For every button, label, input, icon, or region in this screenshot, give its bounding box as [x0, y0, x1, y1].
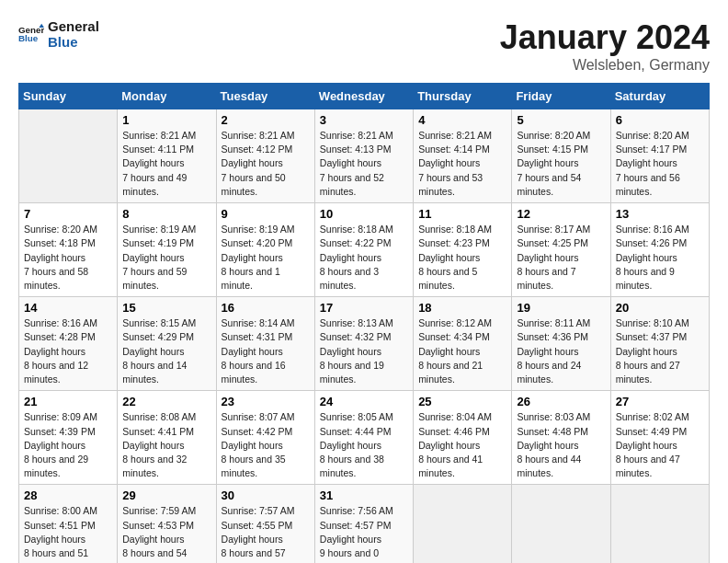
day-info: Sunrise: 8:21 AM Sunset: 4:11 PM Dayligh…: [122, 129, 210, 199]
day-info: Sunrise: 8:07 AM Sunset: 4:42 PM Dayligh…: [222, 410, 310, 480]
day-number: 14: [24, 301, 112, 315]
calendar-day-cell: 16 Sunrise: 8:14 AM Sunset: 4:31 PM Dayl…: [216, 297, 314, 391]
day-number: 26: [517, 395, 605, 408]
day-of-week-header: Thursday: [414, 84, 512, 109]
day-info: Sunrise: 8:03 AM Sunset: 4:48 PM Dayligh…: [517, 410, 605, 480]
day-info: Sunrise: 8:13 AM Sunset: 4:32 PM Dayligh…: [320, 316, 408, 386]
page-header: General Blue General Blue January 2024 W…: [18, 18, 710, 74]
location-text: Welsleben, Germany: [500, 57, 710, 74]
logo: General Blue General Blue: [18, 18, 99, 50]
day-number: 30: [222, 488, 310, 502]
day-number: 9: [222, 207, 310, 221]
calendar-day-cell: 28 Sunrise: 8:00 AM Sunset: 4:51 PM Dayl…: [19, 485, 118, 563]
calendar-day-cell: 2 Sunrise: 8:21 AM Sunset: 4:12 PM Dayli…: [216, 109, 314, 203]
day-number: 28: [24, 488, 112, 502]
day-info: Sunrise: 8:02 AM Sunset: 4:49 PM Dayligh…: [616, 410, 704, 480]
calendar-week-row: 14 Sunrise: 8:16 AM Sunset: 4:28 PM Dayl…: [19, 297, 710, 391]
calendar-day-cell: 22 Sunrise: 8:08 AM Sunset: 4:41 PM Dayl…: [118, 391, 216, 485]
calendar-body: 1 Sunrise: 8:21 AM Sunset: 4:11 PM Dayli…: [19, 109, 710, 564]
calendar-day-cell: 11 Sunrise: 8:18 AM Sunset: 4:23 PM Dayl…: [414, 203, 512, 297]
calendar-day-cell: 27 Sunrise: 8:02 AM Sunset: 4:49 PM Dayl…: [610, 391, 709, 485]
day-number: 18: [418, 301, 506, 315]
day-info: Sunrise: 8:16 AM Sunset: 4:26 PM Dayligh…: [616, 223, 704, 293]
day-of-week-header: Wednesday: [314, 84, 413, 109]
day-number: 21: [24, 395, 112, 408]
day-info: Sunrise: 8:21 AM Sunset: 4:14 PM Dayligh…: [418, 129, 506, 199]
calendar-day-cell: 29 Sunrise: 7:59 AM Sunset: 4:53 PM Dayl…: [118, 485, 216, 563]
day-info: Sunrise: 8:17 AM Sunset: 4:25 PM Dayligh…: [517, 223, 605, 293]
calendar-week-row: 7 Sunrise: 8:20 AM Sunset: 4:18 PM Dayli…: [19, 203, 710, 297]
day-info: Sunrise: 8:05 AM Sunset: 4:44 PM Dayligh…: [320, 410, 408, 480]
day-number: 19: [517, 301, 605, 315]
day-info: Sunrise: 8:19 AM Sunset: 4:19 PM Dayligh…: [122, 223, 210, 293]
calendar-day-cell: 25 Sunrise: 8:04 AM Sunset: 4:46 PM Dayl…: [414, 391, 512, 485]
day-of-week-header: Saturday: [610, 84, 709, 109]
day-number: 17: [320, 301, 408, 315]
calendar-day-cell: [610, 485, 709, 563]
day-info: Sunrise: 8:20 AM Sunset: 4:17 PM Dayligh…: [616, 129, 704, 199]
calendar-day-cell: 4 Sunrise: 8:21 AM Sunset: 4:14 PM Dayli…: [414, 109, 512, 203]
day-number: 27: [616, 395, 704, 408]
day-info: Sunrise: 8:11 AM Sunset: 4:36 PM Dayligh…: [517, 316, 605, 386]
day-info: Sunrise: 8:19 AM Sunset: 4:20 PM Dayligh…: [222, 223, 310, 293]
month-title: January 2024: [500, 18, 710, 57]
day-info: Sunrise: 8:14 AM Sunset: 4:31 PM Dayligh…: [222, 316, 310, 386]
day-info: Sunrise: 8:10 AM Sunset: 4:37 PM Dayligh…: [616, 316, 704, 386]
calendar-day-cell: 1 Sunrise: 8:21 AM Sunset: 4:11 PM Dayli…: [118, 109, 216, 203]
day-number: 16: [222, 301, 310, 315]
calendar-day-cell: 21 Sunrise: 8:09 AM Sunset: 4:39 PM Dayl…: [19, 391, 118, 485]
logo-general-text: General: [48, 18, 99, 34]
svg-text:Blue: Blue: [18, 33, 39, 43]
calendar-day-cell: 18 Sunrise: 8:12 AM Sunset: 4:34 PM Dayl…: [414, 297, 512, 391]
day-number: 3: [320, 113, 408, 127]
day-number: 20: [616, 301, 704, 315]
title-section: January 2024 Welsleben, Germany: [500, 18, 710, 74]
day-number: 1: [122, 113, 210, 127]
calendar-day-cell: [414, 485, 512, 563]
day-number: 24: [320, 395, 408, 408]
day-number: 7: [24, 207, 112, 221]
calendar-day-cell: 9 Sunrise: 8:19 AM Sunset: 4:20 PM Dayli…: [216, 203, 314, 297]
day-info: Sunrise: 7:56 AM Sunset: 4:57 PM Dayligh…: [320, 504, 408, 563]
day-info: Sunrise: 8:12 AM Sunset: 4:34 PM Dayligh…: [418, 316, 506, 386]
calendar-day-cell: 5 Sunrise: 8:20 AM Sunset: 4:15 PM Dayli…: [512, 109, 610, 203]
day-info: Sunrise: 8:21 AM Sunset: 4:13 PM Dayligh…: [320, 129, 408, 199]
day-info: Sunrise: 8:18 AM Sunset: 4:23 PM Dayligh…: [418, 223, 506, 293]
logo-icon: General Blue: [18, 21, 44, 47]
day-number: 13: [616, 207, 704, 221]
day-info: Sunrise: 7:57 AM Sunset: 4:55 PM Dayligh…: [222, 504, 310, 563]
day-number: 6: [616, 113, 704, 127]
day-info: Sunrise: 8:09 AM Sunset: 4:39 PM Dayligh…: [24, 410, 112, 480]
calendar-day-cell: 14 Sunrise: 8:16 AM Sunset: 4:28 PM Dayl…: [19, 297, 118, 391]
day-number: 5: [517, 113, 605, 127]
day-number: 22: [122, 395, 210, 408]
calendar-table: SundayMondayTuesdayWednesdayThursdayFrid…: [18, 83, 710, 563]
calendar-day-cell: [512, 485, 610, 563]
day-info: Sunrise: 8:16 AM Sunset: 4:28 PM Dayligh…: [24, 316, 112, 386]
day-info: Sunrise: 8:20 AM Sunset: 4:18 PM Dayligh…: [24, 223, 112, 293]
day-info: Sunrise: 8:15 AM Sunset: 4:29 PM Dayligh…: [122, 316, 210, 386]
calendar-day-cell: 6 Sunrise: 8:20 AM Sunset: 4:17 PM Dayli…: [610, 109, 709, 203]
calendar-day-cell: 15 Sunrise: 8:15 AM Sunset: 4:29 PM Dayl…: [118, 297, 216, 391]
day-number: 23: [222, 395, 310, 408]
calendar-day-cell: [19, 109, 118, 203]
day-number: 12: [517, 207, 605, 221]
calendar-week-row: 1 Sunrise: 8:21 AM Sunset: 4:11 PM Dayli…: [19, 109, 710, 203]
calendar-week-row: 21 Sunrise: 8:09 AM Sunset: 4:39 PM Dayl…: [19, 391, 710, 485]
calendar-day-cell: 8 Sunrise: 8:19 AM Sunset: 4:19 PM Dayli…: [118, 203, 216, 297]
calendar-day-cell: 30 Sunrise: 7:57 AM Sunset: 4:55 PM Dayl…: [216, 485, 314, 563]
day-of-week-header: Tuesday: [216, 84, 314, 109]
calendar-day-cell: 13 Sunrise: 8:16 AM Sunset: 4:26 PM Dayl…: [610, 203, 709, 297]
day-number: 4: [418, 113, 506, 127]
calendar-day-cell: 31 Sunrise: 7:56 AM Sunset: 4:57 PM Dayl…: [314, 485, 413, 563]
calendar-day-cell: 19 Sunrise: 8:11 AM Sunset: 4:36 PM Dayl…: [512, 297, 610, 391]
day-info: Sunrise: 8:21 AM Sunset: 4:12 PM Dayligh…: [222, 129, 310, 199]
day-number: 8: [122, 207, 210, 221]
calendar-day-cell: 17 Sunrise: 8:13 AM Sunset: 4:32 PM Dayl…: [314, 297, 413, 391]
day-info: Sunrise: 8:00 AM Sunset: 4:51 PM Dayligh…: [24, 504, 112, 563]
day-info: Sunrise: 8:18 AM Sunset: 4:22 PM Dayligh…: [320, 223, 408, 293]
calendar-day-cell: 12 Sunrise: 8:17 AM Sunset: 4:25 PM Dayl…: [512, 203, 610, 297]
calendar-day-cell: 20 Sunrise: 8:10 AM Sunset: 4:37 PM Dayl…: [610, 297, 709, 391]
day-of-week-header: Monday: [118, 84, 216, 109]
day-of-week-header: Sunday: [19, 84, 118, 109]
